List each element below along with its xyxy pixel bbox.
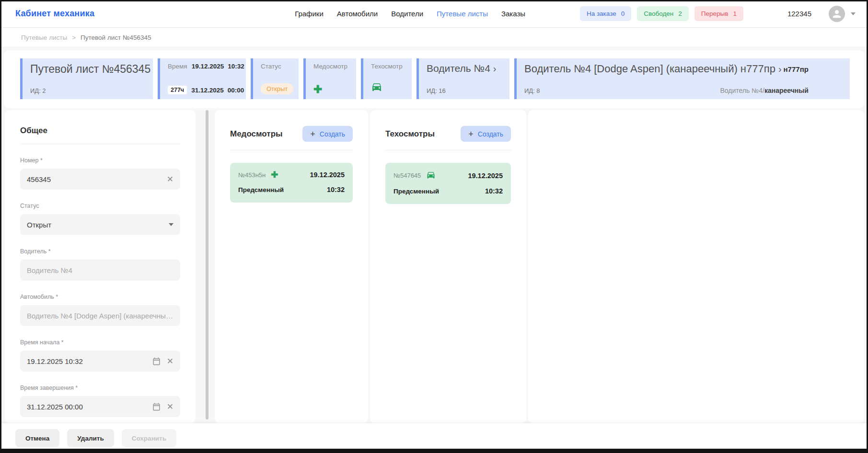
med-exams-panel: Медосмотры + Создать №453н5н ✚ 19.12.202… <box>215 110 368 423</box>
tile-status: Статус Открыт <box>251 58 299 99</box>
main-content: Общее Номер * ✕ Статус Открыт Водитель * <box>0 108 868 423</box>
field-status: Статус Открыт <box>20 203 180 235</box>
tile-time: Время 19.12.2025 10:32 277ч 31.12.2025 0… <box>158 58 246 99</box>
duration-chip: 277ч <box>168 86 187 94</box>
tech-exam-type: Предсменный <box>393 188 439 195</box>
calendar-icon[interactable] <box>152 402 161 411</box>
driver-status-badges: На заказе 0 Свободен 2 Перерыв 1 <box>580 6 743 21</box>
create-tech-exam-button[interactable]: + Создать <box>461 126 511 142</box>
divider <box>385 150 511 150</box>
nav-link-waybills[interactable]: Путевые листы <box>437 10 488 18</box>
user-avatar[interactable] <box>829 6 845 22</box>
med-exam-number: №453н5н <box>238 171 266 179</box>
tech-exams-title: Техосмотры <box>385 129 435 139</box>
empty-panel <box>528 110 864 423</box>
main-nav: Графики Автомобили Водители Путевые лист… <box>295 10 525 18</box>
number-label: Номер * <box>20 157 180 164</box>
tile-tech-exam: Техосмотр <box>361 58 412 99</box>
driver-field-label: Водитель * <box>20 248 180 255</box>
nav-link-drivers[interactable]: Водители <box>391 10 423 18</box>
clear-icon[interactable]: ✕ <box>167 174 174 184</box>
badge-free-label: Свободен <box>644 10 673 17</box>
app-title: Кабинет механика <box>15 9 94 19</box>
field-driver: Водитель * Водитель №4 <box>20 248 180 281</box>
badge-break-count: 1 <box>733 10 737 17</box>
field-number: Номер * ✕ <box>20 157 180 190</box>
divider <box>20 144 180 144</box>
plus-icon: + <box>310 130 315 138</box>
field-end-time: Время завершения * ✕ <box>20 385 180 417</box>
end-time: 00:00 <box>228 87 244 94</box>
create-med-exam-button[interactable]: + Создать <box>302 126 353 142</box>
form-title: Общее <box>20 126 180 136</box>
med-exam-card[interactable]: №453н5н ✚ 19.12.2025 Предсменный 10:32 <box>230 163 353 203</box>
badge-on-order-label: На заказе <box>587 10 616 17</box>
field-vehicle: Автомобиль * Водитель №4 [Dodge Aspen] (… <box>20 294 180 326</box>
tile-vehicle[interactable]: Водитель №4 [Dodge Aspen] (канареечный) … <box>514 58 850 99</box>
driver-chevron-icon: › <box>493 63 497 74</box>
end-time-input[interactable] <box>27 403 147 411</box>
top-navbar: Кабинет механика Графики Автомобили Води… <box>0 0 868 27</box>
tile-driver[interactable]: Водитель №4› ИД: 16 <box>417 58 509 99</box>
plus-icon: + <box>468 130 474 138</box>
med-exam-label: Медосмотр <box>313 63 349 70</box>
badge-on-order[interactable]: На заказе 0 <box>580 6 631 21</box>
vehicle-input[interactable]: Водитель №4 [Dodge Aspen] (канареечный) … <box>20 305 180 326</box>
action-bar: Отмена Удалить Сохранить <box>0 423 868 453</box>
general-form-panel: Общее Номер * ✕ Статус Открыт Водитель * <box>5 110 196 423</box>
vehicle-plate[interactable]: н777пр <box>784 65 809 73</box>
tech-exam-card[interactable]: №547645 19.12.2025 Предсменный 10:32 <box>385 163 511 204</box>
select-caret-icon <box>169 223 174 226</box>
nav-link-vehicles[interactable]: Автомобили <box>337 10 378 18</box>
car-icon <box>371 81 405 94</box>
vehicle-name: Водитель №4 [Dodge Aspen] (канареечный) … <box>524 63 775 75</box>
vehicle-subtitle: Водитель №4/канареечный <box>720 87 808 94</box>
badge-free[interactable]: Свободен 2 <box>637 6 689 21</box>
medical-cross-icon: ✚ <box>313 85 349 94</box>
badge-free-count: 2 <box>678 10 682 17</box>
waybill-id: ИД: 2 <box>30 87 146 94</box>
badge-break[interactable]: Перерыв 1 <box>694 6 743 21</box>
tech-exam-date: 19.12.2025 <box>468 172 503 180</box>
divider <box>230 150 353 150</box>
nav-link-graphics[interactable]: Графики <box>295 10 324 18</box>
waybill-title: Путевой лист №456345 <box>30 63 146 76</box>
clear-icon[interactable]: ✕ <box>167 356 174 366</box>
med-exam-date: 19.12.2025 <box>310 171 345 179</box>
user-id: 122345 <box>787 10 811 18</box>
waybill-summary-bar: Путевой лист №456345 ИД: 2 Время 19.12.2… <box>4 50 864 108</box>
delete-button[interactable]: Удалить <box>67 429 114 447</box>
start-time-input[interactable] <box>27 357 147 365</box>
driver-name: Водитель №4 <box>427 63 490 74</box>
vehicle-chevron-icon: › <box>778 64 782 75</box>
cancel-button[interactable]: Отмена <box>15 429 59 447</box>
form-scrollbar[interactable] <box>206 110 208 419</box>
save-button[interactable]: Сохранить <box>122 429 176 447</box>
start-time: 10:32 <box>228 63 244 70</box>
person-icon <box>831 8 843 20</box>
end-date: 31.12.2025 <box>191 87 224 94</box>
status-label: Статус <box>261 63 292 70</box>
number-input[interactable] <box>27 175 161 183</box>
vehicle-field-label: Автомобиль * <box>20 294 180 300</box>
navbar-right: На заказе 0 Свободен 2 Перерыв 1 122345 <box>580 6 856 22</box>
time-label: Время <box>168 63 187 70</box>
field-start-time: Время начала * ✕ <box>20 339 180 372</box>
vehicle-id: ИД: 8 <box>524 87 540 94</box>
start-time-label: Время начала * <box>20 339 180 346</box>
med-exam-time: 10:32 <box>327 186 345 193</box>
tech-exam-number: №547645 <box>393 172 421 179</box>
breadcrumb-waybills-link[interactable]: Путевые листы <box>21 34 67 41</box>
status-field-label: Статус <box>20 203 180 209</box>
clear-icon[interactable]: ✕ <box>167 402 174 412</box>
status-badge: Открыт <box>261 83 293 94</box>
medical-cross-icon: ✚ <box>271 170 278 180</box>
calendar-icon[interactable] <box>152 357 161 366</box>
nav-link-orders[interactable]: Заказы <box>501 10 525 18</box>
start-date: 19.12.2025 <box>192 63 224 70</box>
driver-input[interactable]: Водитель №4 <box>20 260 180 281</box>
app-root: Кабинет механика Графики Автомобили Води… <box>0 0 868 453</box>
chevron-down-icon[interactable] <box>851 12 856 15</box>
breadcrumb-separator: > <box>72 34 76 41</box>
status-select[interactable]: Открыт <box>20 214 180 235</box>
